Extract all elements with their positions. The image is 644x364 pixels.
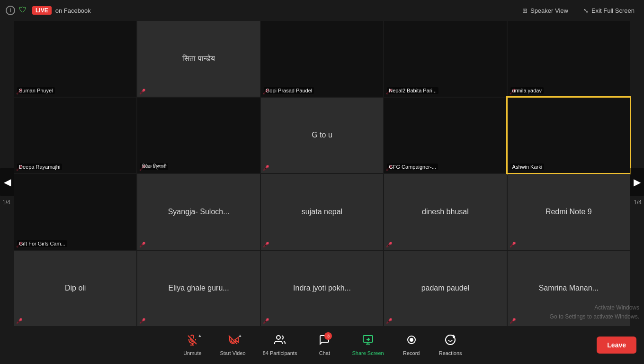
- participant-cell-sita: सिता पान्डेय🎤: [137, 21, 259, 97]
- participant-label-gopi: Gopi Prasad Paudel: [264, 87, 314, 94]
- mute-icon-sujata: 🎤: [263, 242, 269, 248]
- speaker-view-button[interactable]: ⊞ Speaker View: [519, 5, 572, 16]
- speaker-view-icon: ⊞: [522, 7, 528, 14]
- participant-name-display-sita: सिता पान्डेय: [179, 51, 218, 67]
- participant-label-babita: Nepal2 Babita Pari...: [387, 87, 438, 94]
- participant-cell-babita: 🎤Nepal2 Babita Pari...: [384, 21, 506, 97]
- participant-cell-sujata: sujata nepal🎤: [261, 174, 383, 250]
- chat-icon: 3: [319, 334, 330, 348]
- svg-marker-4: [235, 337, 238, 342]
- participant-cell-suman: 🎤Suman Phuyel: [14, 21, 136, 97]
- participant-name-display-indra: Indra jyoti pokh...: [289, 280, 355, 296]
- platform-label: on Facebook: [55, 7, 91, 14]
- page-indicator-right: 1/4: [634, 199, 642, 206]
- participant-cell-padam: padam paudel🎤: [384, 251, 506, 327]
- video-icon: ▲: [227, 334, 239, 348]
- participant-name-display-eliya: Eliya ghale guru...: [165, 280, 233, 296]
- mute-icon-eliya: 🎤: [139, 318, 146, 324]
- participant-cell-gfg: 🎤GFG Campaigner-...: [384, 98, 506, 173]
- participant-label-deepa: Deepa Rayamajhi: [17, 164, 62, 170]
- chat-badge: 3: [324, 332, 332, 340]
- shield-icon: 🛡: [19, 6, 28, 15]
- participant-name-display-redmi: Redmi Note 9: [542, 204, 596, 220]
- start-video-label: Start Video: [220, 350, 245, 356]
- share-screen-label: Share Screen: [352, 350, 384, 356]
- mute-icon-sita: 🎤: [139, 89, 146, 95]
- participant-cell-eliya: Eliya ghale guru...🎤: [137, 251, 259, 327]
- participant-cell-dinesh: dinesh bhusal🎤: [384, 174, 506, 250]
- participant-cell-gift: 🎤Gift For Girls Cam...: [14, 174, 136, 250]
- exit-fullscreen-label: Exit Full Screen: [591, 7, 635, 14]
- participant-cell-syangja: Syangja- Suloch...🎤: [137, 174, 259, 250]
- participant-name-display-padam: padam paudel: [418, 280, 473, 296]
- start-video-button[interactable]: ▲ Start Video: [211, 330, 254, 360]
- info-icon: i: [6, 6, 15, 15]
- unmute-icon: ▲: [187, 334, 198, 348]
- mute-icon-dinesh: 🎤: [386, 242, 393, 248]
- svg-point-8: [410, 338, 413, 341]
- participant-cell-deepa: 🎤Deepa Rayamajhi: [14, 98, 136, 173]
- exit-fullscreen-icon: ⤡: [583, 7, 589, 14]
- participant-cell-redmi: Redmi Note 9🎤: [508, 174, 630, 250]
- mute-icon-gtou: 🎤: [263, 165, 269, 171]
- record-button[interactable]: Record: [393, 330, 430, 360]
- reactions-button[interactable]: Reactions: [430, 330, 471, 360]
- record-label: Record: [403, 350, 420, 356]
- participants-grid: 🎤Suman Phuyelसिता पान्डेय🎤🎤Gopi Prasad P…: [14, 21, 630, 326]
- share-screen-button[interactable]: Share Screen: [343, 330, 392, 360]
- speaker-view-label: Speaker View: [530, 7, 568, 14]
- participant-cell-gtou: G to u🎤: [261, 98, 383, 173]
- page-indicator-left: 1/4: [2, 199, 10, 206]
- participant-label-ashwin: Ashwin Karki: [510, 164, 545, 170]
- reactions-label: Reactions: [439, 350, 462, 356]
- participant-label-gift: Gift For Girls Cam...: [17, 240, 67, 247]
- previous-page-button[interactable]: ◀: [0, 168, 14, 196]
- participant-name-display-syangja: Syangja- Suloch...: [164, 204, 233, 220]
- participant-label-urmila: urmila yadav: [510, 87, 544, 94]
- participant-cell-indra: Indra jyoti pokh...🎤: [261, 251, 383, 327]
- svg-point-9: [446, 335, 455, 345]
- participant-cell-gopi: 🎤Gopi Prasad Paudel: [261, 21, 383, 97]
- participant-label-suman: Suman Phuyel: [17, 87, 55, 94]
- bottom-toolbar: ▲ Unmute ▲ Start Video 84 Participants: [0, 326, 644, 364]
- participant-name-display-dipoli: Dip oli: [61, 280, 89, 296]
- participant-name-display-sujata: sujata nepal: [298, 204, 346, 220]
- unmute-button[interactable]: ▲ Unmute: [173, 330, 211, 360]
- participant-cell-samrina: Samrina Manan...🎤: [508, 251, 630, 327]
- mute-icon-dipoli: 🎤: [16, 318, 23, 324]
- top-bar-right: ⊞ Speaker View ⤡ Exit Full Screen: [519, 5, 638, 16]
- participant-cell-ashwin: Ashwin Karki: [508, 98, 630, 173]
- next-page-button[interactable]: ▶: [630, 168, 644, 196]
- participant-cell-urmila: 🎤urmila yadav: [508, 21, 630, 97]
- participant-label-vivek: विवेक त्रिपाठी: [140, 163, 168, 170]
- exit-fullscreen-button[interactable]: ⤡ Exit Full Screen: [580, 5, 638, 16]
- chat-label: Chat: [319, 350, 330, 356]
- share-screen-icon: [362, 334, 374, 348]
- mute-icon-indra: 🎤: [263, 318, 269, 324]
- top-bar-left: i 🛡 LIVE on Facebook: [6, 6, 91, 15]
- record-icon: [406, 334, 417, 348]
- participants-button[interactable]: 84 Participants: [254, 330, 306, 360]
- mute-icon-samrina: 🎤: [510, 318, 516, 324]
- reactions-icon: [445, 334, 456, 348]
- mute-icon-redmi: 🎤: [510, 242, 516, 248]
- participant-name-display-samrina: Samrina Manan...: [535, 280, 602, 296]
- participant-cell-dipoli: Dip oli🎤: [14, 251, 136, 327]
- unmute-label: Unmute: [183, 350, 202, 356]
- chat-button[interactable]: 3 Chat: [305, 330, 343, 360]
- live-badge: LIVE: [32, 6, 52, 15]
- mute-icon-syangja: 🎤: [139, 242, 146, 248]
- participant-name-display-dinesh: dinesh bhusal: [418, 204, 473, 220]
- participants-icon: [274, 334, 286, 348]
- participants-label: 84 Participants: [263, 350, 297, 356]
- top-bar: i 🛡 LIVE on Facebook ⊞ Speaker View ⤡ Ex…: [0, 0, 644, 21]
- leave-button[interactable]: Leave: [597, 337, 636, 354]
- mute-icon-padam: 🎤: [386, 318, 393, 324]
- participant-name-display-gtou: G to u: [308, 127, 336, 143]
- participant-cell-vivek: 🎤विवेक त्रिपाठी: [137, 98, 259, 173]
- svg-point-5: [277, 336, 280, 339]
- participant-label-gfg: GFG Campaigner-...: [387, 164, 438, 170]
